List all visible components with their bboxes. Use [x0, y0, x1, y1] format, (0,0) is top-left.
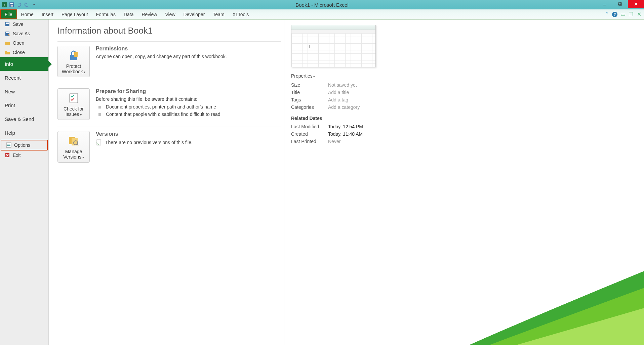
minimize-ribbon-icon[interactable]: ⌃ [604, 11, 610, 17]
related-dates-header: Related Dates [291, 116, 412, 121]
sidebar-item-label: Info [5, 61, 13, 67]
sidebar-item-label: Help [5, 130, 15, 136]
folder-open-icon [5, 40, 10, 46]
window-restore-icon[interactable]: ❐ [628, 11, 634, 17]
ribbon-tab-formulas[interactable]: Formulas [92, 9, 120, 19]
sidebar-item-print[interactable]: Print [0, 98, 48, 112]
button-label-line2: Issues [66, 112, 82, 117]
ribbon-tab-insert[interactable]: Insert [38, 9, 57, 19]
check-issues-button[interactable]: Check forIssues [57, 88, 90, 120]
ribbon-tab-team[interactable]: Team [209, 9, 228, 19]
permissions-body: Permissions Anyone can open, copy, and c… [96, 46, 281, 77]
sidebar-item-label: Save As [13, 31, 30, 36]
properties-header[interactable]: Properties [291, 73, 412, 79]
property-label: Last Printed [291, 139, 328, 144]
property-value[interactable]: Add a category [328, 104, 360, 110]
save-icon[interactable] [9, 2, 15, 8]
property-value: Not saved yet [328, 82, 357, 88]
button-label-line1: Protect [66, 63, 81, 69]
undo-icon[interactable] [16, 2, 22, 8]
property-label: Tags [291, 97, 328, 102]
permissions-section: ProtectWorkbook Permissions Anyone can o… [57, 41, 281, 84]
save-as-icon [5, 31, 10, 36]
property-row: Title Add a title [291, 89, 412, 96]
sidebar-item-label: Open [13, 40, 24, 46]
ribbon-tab-data[interactable]: Data [120, 9, 138, 19]
prepare-list-item: Document properties, printer path and au… [96, 103, 281, 111]
redo-icon[interactable] [24, 2, 30, 8]
svg-rect-15 [6, 32, 9, 33]
property-value[interactable]: Add a title [328, 90, 349, 95]
property-label: Title [291, 90, 328, 95]
ribbon-tab-file[interactable]: File [0, 9, 17, 19]
exit-icon [5, 153, 10, 158]
ribbon-tabs: File Home Insert Page Layout Formulas Da… [0, 9, 644, 19]
property-value[interactable]: Add a tag [328, 97, 348, 102]
permissions-title: Permissions [96, 46, 281, 52]
property-value: Today, 12:54 PM [328, 124, 363, 129]
ribbon-right-controls: ⌃ ? ▭ ❐ ✕ [604, 9, 642, 19]
properties-panel: Properties Size Not saved yet Title Add … [284, 19, 418, 345]
sidebar-item-open[interactable]: Open [0, 38, 48, 48]
maximize-button[interactable] [612, 0, 628, 8]
document-thumbnail[interactable] [291, 25, 376, 67]
prepare-title: Prepare for Sharing [96, 88, 281, 94]
property-row: Last Printed Never [291, 138, 412, 145]
property-label: Size [291, 82, 328, 88]
sidebar-item-close[interactable]: Close [0, 48, 48, 57]
sidebar-item-label: Recent [5, 75, 21, 81]
versions-icon [68, 135, 80, 147]
svg-rect-24 [70, 93, 78, 103]
sidebar-item-label: New [5, 89, 15, 94]
backstage-view: Save Save As Open Close Info Recent New … [0, 19, 644, 345]
versions-body: Versions There are no previous versions … [96, 131, 281, 163]
ribbon-tab-page-layout[interactable]: Page Layout [57, 9, 92, 19]
permissions-desc: Anyone can open, copy, and change any pa… [96, 54, 281, 59]
button-label-line1: Check for [64, 106, 84, 112]
sidebar-item-save-send[interactable]: Save & Send [0, 112, 48, 126]
window-close-icon[interactable]: ✕ [636, 11, 642, 17]
ribbon-tab-developer[interactable]: Developer [179, 9, 209, 19]
sidebar-item-options[interactable]: Options [1, 140, 48, 150]
qat-customize-icon[interactable]: ▾ [31, 2, 37, 8]
svg-rect-3 [10, 3, 13, 4]
svg-rect-7 [618, 2, 621, 5]
ribbon-tab-review[interactable]: Review [138, 9, 161, 19]
svg-rect-18 [7, 145, 10, 146]
close-button[interactable] [628, 0, 644, 8]
window-minimize-icon[interactable]: ▭ [620, 11, 626, 17]
prepare-section: Check forIssues Prepare for Sharing Befo… [57, 84, 281, 127]
ribbon-tab-xltools[interactable]: XLTools [229, 9, 253, 19]
ribbon-tab-home[interactable]: Home [17, 9, 38, 19]
property-row: Created Today, 11:40 AM [291, 130, 412, 138]
sidebar-item-exit[interactable]: Exit [0, 150, 48, 160]
button-label-line2: Workbook [62, 69, 86, 74]
quick-access-toolbar: X ▾ [0, 2, 37, 8]
property-row: Last Modified Today, 12:54 PM [291, 123, 412, 130]
sidebar-item-help[interactable]: Help [0, 126, 48, 140]
property-value: Today, 11:40 AM [328, 131, 363, 137]
ribbon-tab-view[interactable]: View [161, 9, 179, 19]
decorative-swoosh [469, 258, 644, 345]
svg-rect-13 [6, 23, 9, 24]
manage-versions-button[interactable]: ManageVersions [57, 131, 90, 163]
sidebar-item-save[interactable]: Save [0, 19, 48, 29]
sidebar-item-info[interactable]: Info [0, 57, 48, 71]
minimize-button[interactable] [597, 0, 612, 8]
sidebar-item-new[interactable]: New [0, 85, 48, 98]
window-title: Book1 - Microsoft Excel [0, 2, 644, 8]
help-icon[interactable]: ? [612, 11, 618, 17]
svg-rect-17 [7, 144, 10, 144]
options-icon [6, 142, 11, 148]
backstage-content: Information about Book1 ProtectWorkbook … [49, 19, 644, 345]
prepare-list-item: Content that people with disabilities fi… [96, 111, 281, 118]
prepare-desc: Before sharing this file, be aware that … [96, 96, 281, 102]
protect-workbook-button[interactable]: ProtectWorkbook [57, 46, 90, 77]
sidebar-item-recent[interactable]: Recent [0, 71, 48, 85]
property-row: Tags Add a tag [291, 96, 412, 103]
excel-app-icon[interactable]: X [1, 2, 7, 8]
property-row: Size Not saved yet [291, 81, 412, 89]
title-bar: X ▾ Book1 - Microsoft Excel [0, 0, 644, 9]
sidebar-item-save-as[interactable]: Save As [0, 29, 48, 38]
info-panel: Information about Book1 ProtectWorkbook … [49, 19, 284, 345]
